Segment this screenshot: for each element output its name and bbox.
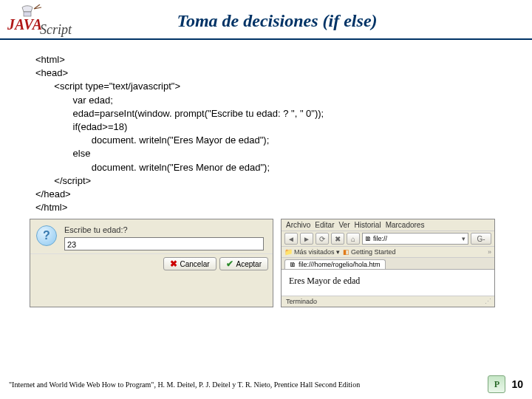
- code-line: document. writeln("Eres Menor de edad");: [92, 162, 270, 173]
- code-line: <html>: [35, 54, 65, 65]
- code-line: </script>: [54, 175, 91, 186]
- screenshots-row: ? Escribe tu edad:? 23 ✖ Cancelar ✔ Acep…: [0, 214, 532, 307]
- javascript-logo: JAVA Script: [6, 4, 72, 37]
- code-line: </head>: [35, 188, 71, 200]
- cancel-button[interactable]: ✖ Cancelar: [163, 257, 216, 270]
- menu-editar[interactable]: Editar: [315, 221, 334, 229]
- back-button[interactable]: ◄: [284, 233, 298, 245]
- search-engine-label: G-: [477, 235, 485, 243]
- menu-ver[interactable]: Ver: [338, 221, 349, 229]
- code-line: <script type="text/javascript">: [54, 81, 180, 92]
- tab-bar: 🗎 file:///home/rogelio/hola.htm: [282, 258, 494, 269]
- browser-menubar: Archivo Editar Ver Historial Marcadores: [282, 219, 494, 231]
- page-content: Eres Mayor de edad: [282, 269, 494, 296]
- status-bar: Terminado ⋰: [282, 296, 494, 307]
- accept-button[interactable]: ✔ Aceptar: [219, 257, 268, 270]
- search-box[interactable]: G-: [471, 233, 491, 245]
- browser-window: Archivo Editar Ver Historial Marcadores …: [281, 219, 495, 307]
- dialog-body: ? Escribe tu edad:? 23: [30, 219, 273, 253]
- page-output-text: Eres Mayor de edad: [289, 276, 360, 286]
- slide-title: Toma de decisiones (if else): [72, 11, 526, 31]
- slide-footer: "Internet and World Wide Web How to Prog…: [0, 375, 532, 393]
- forward-button[interactable]: ►: [300, 233, 313, 245]
- javascript-logo-svg: JAVA Script: [6, 4, 72, 37]
- cancel-icon: ✖: [170, 260, 178, 268]
- resize-grip-icon: ⋰: [485, 298, 490, 305]
- prompt-dialog: ? Escribe tu edad:? 23 ✖ Cancelar ✔ Acep…: [30, 219, 273, 307]
- question-icon: ?: [36, 225, 57, 246]
- page-number: 10: [511, 378, 523, 390]
- dialog-buttons: ✖ Cancelar ✔ Aceptar: [30, 253, 273, 275]
- home-button[interactable]: ⌂: [347, 233, 360, 245]
- reload-button[interactable]: ⟳: [316, 233, 329, 245]
- code-line: <head>: [35, 67, 68, 78]
- code-line: if(edad>=18): [73, 121, 128, 132]
- bookmark-getting-started[interactable]: ◧ Getting Started: [343, 248, 396, 256]
- menu-archivo[interactable]: Archivo: [286, 221, 310, 229]
- page-icon: 🗎: [365, 235, 372, 242]
- bookmark-most-visited[interactable]: 📁 Más visitados ▾: [284, 248, 340, 256]
- address-bar[interactable]: 🗎 file:// ▾: [362, 233, 468, 245]
- accept-icon: ✔: [226, 260, 234, 268]
- logo-script-text: Script: [40, 22, 72, 37]
- browser-toolbar: ◄ ► ⟳ ✖ ⌂ 🗎 file:// ▾ G-: [282, 231, 494, 247]
- footer-logo-icon: P: [488, 375, 505, 393]
- address-text: file://: [373, 235, 387, 242]
- code-line: document. writeln("Eres Mayor de edad");: [92, 134, 269, 146]
- code-area: <html> <head> <script type="text/javascr…: [0, 40, 532, 214]
- code-line: var edad;: [73, 95, 113, 106]
- menu-marcadores[interactable]: Marcadores: [386, 221, 425, 229]
- folder-icon: 📁: [284, 248, 293, 256]
- cancel-label: Cancelar: [180, 260, 210, 268]
- menu-historial[interactable]: Historial: [355, 221, 381, 229]
- status-text: Terminado: [286, 298, 317, 305]
- logo-java-text: JAVA: [7, 16, 42, 33]
- dropdown-icon[interactable]: ▾: [462, 235, 466, 242]
- stop-button[interactable]: ✖: [331, 233, 344, 245]
- dialog-input[interactable]: 23: [64, 237, 264, 250]
- bookmarks-overflow-icon[interactable]: »: [488, 248, 491, 256]
- code-line: </html>: [35, 202, 67, 213]
- footer-citation: "Internet and World Wide Web How to Prog…: [9, 381, 360, 389]
- tab-active[interactable]: 🗎 file:///home/rogelio/hola.htm: [284, 259, 386, 269]
- tab-page-icon: 🗎: [290, 261, 296, 268]
- slide-header: JAVA Script Toma de decisiones (if else): [0, 0, 532, 40]
- feed-icon: ◧: [343, 248, 349, 256]
- accept-label: Aceptar: [236, 260, 262, 268]
- code-block: <html> <head> <script type="text/javascr…: [35, 53, 497, 214]
- bookmarks-bar: 📁 Más visitados ▾ ◧ Getting Started »: [282, 247, 494, 258]
- code-line: else: [73, 148, 91, 159]
- dialog-label: Escribe tu edad:?: [64, 225, 267, 234]
- code-line: edad=parseInt(window. prompt("Escribe tu…: [73, 108, 324, 119]
- tab-label: file:///home/rogelio/hola.htm: [299, 261, 381, 268]
